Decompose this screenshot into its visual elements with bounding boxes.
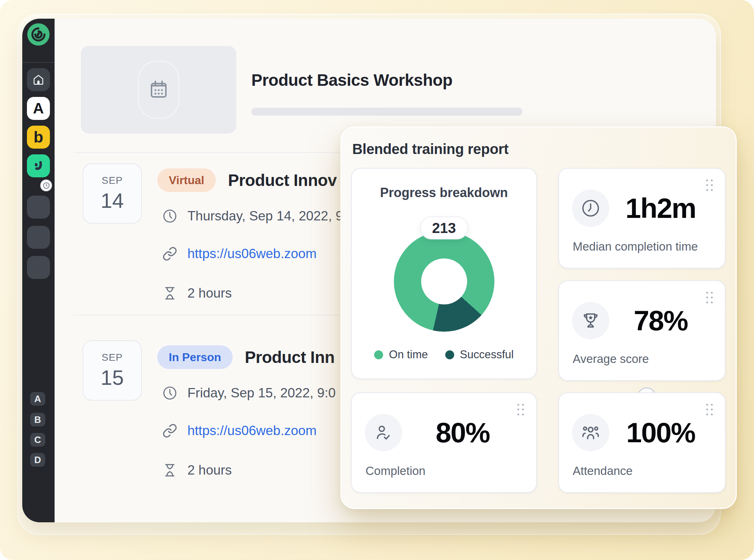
donut-hole: [421, 258, 467, 304]
hourglass-icon: [162, 286, 177, 301]
metric-icon-circle: [572, 414, 609, 451]
sidebar-slot-placeholder: [27, 226, 50, 249]
banner-squircle: [138, 61, 180, 119]
event-type-badge: Virtual: [157, 168, 216, 192]
event-duration: 2 hours: [187, 463, 232, 478]
legend-item-on-time: On time: [374, 348, 428, 361]
sidebar-slot-placeholder: [27, 256, 50, 279]
event-date-box: SEP 14: [83, 163, 142, 224]
metric-icon-circle: [572, 302, 609, 339]
event-month: SEP: [102, 352, 123, 363]
link-icon: [162, 246, 177, 261]
event-zoom-link[interactable]: https://us06web.zoom: [187, 423, 317, 438]
event-datetime: Thursday, Sep 14, 2022, 9: [187, 209, 343, 224]
clock-icon: [581, 198, 601, 218]
event-zoom-link[interactable]: https://us06web.zoom: [187, 246, 317, 261]
sidebar-item-workspace-c[interactable]: C: [30, 433, 45, 447]
event-title: Product Inn: [245, 347, 335, 367]
legend-label: Successful: [460, 348, 514, 361]
clock-icon: [162, 209, 177, 224]
sidebar-item-app-b[interactable]: b: [27, 126, 50, 149]
sidebar: A b A: [22, 19, 55, 522]
progress-donut-chart: [394, 231, 494, 332]
report-title: Blended training report: [352, 141, 508, 157]
metric-value: 1h2m: [609, 192, 712, 225]
clock-badge: [40, 179, 52, 191]
sidebar-item-workspace-a[interactable]: A: [30, 392, 45, 406]
metric-icon-circle: [572, 190, 609, 227]
people-icon: [580, 422, 601, 443]
sidebar-slot-placeholder: [27, 196, 50, 219]
metric-label: Completion: [366, 464, 425, 478]
subtitle-skeleton: [251, 108, 522, 116]
progress-breakdown-card: Progress breakdown 213 On time Successfu…: [351, 168, 537, 379]
calendar-icon: [147, 78, 170, 101]
chart-title: Progress breakdown: [352, 185, 536, 200]
event-day: 15: [101, 365, 124, 389]
metric-card-average-score: 78% Average score: [558, 280, 726, 381]
brand-b-icon: b: [34, 128, 43, 146]
link-icon: [162, 423, 177, 438]
page-background: A b A: [0, 0, 754, 560]
legend-item-successful: Successful: [445, 348, 514, 361]
hourglass-icon: [162, 463, 177, 478]
legend-dot-successful: [445, 350, 454, 359]
metric-value: 78%: [609, 304, 712, 337]
letter-a-icon: A: [33, 100, 44, 117]
sidebar-item-workspace-b[interactable]: B: [30, 413, 45, 426]
metric-label: Median completion time: [573, 240, 698, 253]
metric-card-median-completion-time: 1h2m Median completion time: [558, 168, 726, 269]
blended-training-report-panel: Blended training report Progress breakdo…: [340, 126, 737, 509]
event-datetime: Friday, Sep 15, 2022, 9:0: [187, 386, 336, 401]
person-check-icon: [373, 423, 394, 443]
brand-j-icon: [31, 159, 46, 173]
clock-icon: [162, 386, 177, 401]
metric-label: Average score: [573, 352, 649, 366]
event-duration: 2 hours: [187, 286, 232, 301]
donut-total-pill: 213: [420, 216, 468, 239]
legend-dot-on-time: [374, 350, 383, 359]
event-title: Product Innov: [228, 171, 337, 190]
event-day: 14: [101, 188, 124, 213]
logo-swirl-icon: [31, 27, 46, 42]
app-logo[interactable]: [27, 23, 50, 46]
sidebar-item-workspace-d[interactable]: D: [30, 453, 45, 467]
home-icon: [32, 74, 45, 86]
sidebar-divider: [22, 62, 55, 63]
metric-card-completion: 80% Completion: [351, 392, 537, 493]
legend-label: On time: [389, 348, 428, 361]
metric-card-attendance: 100% Attendance: [558, 392, 726, 493]
event-month: SEP: [102, 175, 123, 186]
sidebar-item-app-j[interactable]: [27, 154, 50, 177]
metric-label: Attendance: [573, 464, 633, 478]
sidebar-item-home[interactable]: [27, 68, 50, 91]
event-type-badge: In Person: [157, 345, 233, 369]
metric-value: 100%: [609, 416, 712, 449]
workshop-banner-placeholder: [81, 46, 236, 134]
chart-legend: On time Successful: [352, 348, 536, 361]
trophy-icon: [581, 311, 601, 331]
metric-icon-circle: [365, 414, 402, 451]
sidebar-item-app-a[interactable]: A: [27, 97, 50, 120]
page-title: Product Basics Workshop: [251, 70, 452, 90]
event-date-box: SEP 15: [83, 340, 142, 401]
metric-value: 80%: [402, 416, 523, 449]
